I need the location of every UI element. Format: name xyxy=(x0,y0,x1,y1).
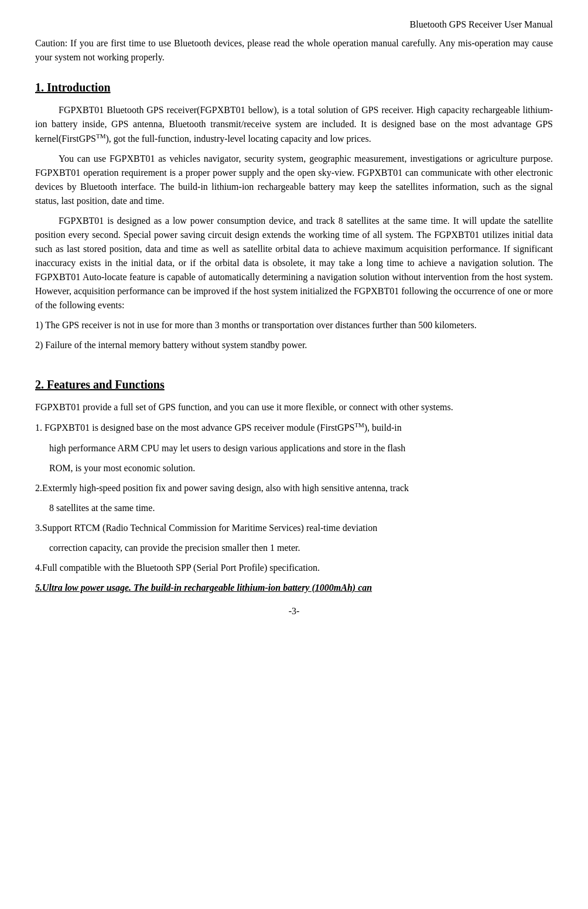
section-1-heading: 1. Introduction xyxy=(35,79,553,96)
page-number: -3- xyxy=(35,604,553,618)
section-2-item-2: 2.Extermly high-speed position fix and p… xyxy=(35,481,553,495)
section-1-para-1: FGPXBT01 Bluetooth GPS receiver(FGPXBT01… xyxy=(35,103,553,146)
section-2-item-5-bold: 5.Ultra low power usage. The build-in re… xyxy=(35,583,372,593)
header-title: Bluetooth GPS Receiver User Manual xyxy=(35,18,553,32)
section-1-list-2: 2) Failure of the internal memory batter… xyxy=(35,338,553,352)
section-2-item-3-cont: correction capacity, can provide the pre… xyxy=(49,541,553,555)
section-1-list-1: 1) The GPS receiver is not in use for mo… xyxy=(35,318,553,332)
section-2-body: FGPXBT01 provide a full set of GPS funct… xyxy=(35,400,553,594)
section-2-item-1-cont: high performance ARM CPU may let users t… xyxy=(49,441,553,455)
section-1-para-2: You can use FGPXBT01 as vehicles navigat… xyxy=(35,152,553,208)
tm-superscript-1: TM xyxy=(96,132,106,139)
tm-superscript-2: TM xyxy=(354,421,364,428)
caution-block: Caution: If you are first time to use Bl… xyxy=(35,36,553,64)
section-2-item-1-cont2: ROM, is your most economic solution. xyxy=(49,461,553,475)
section-2-item-4: 4.Full compatible with the Bluetooth SPP… xyxy=(35,561,553,575)
section-1-body: FGPXBT01 Bluetooth GPS receiver(FGPXBT01… xyxy=(35,103,553,352)
section-2-heading: 2. Features and Functions xyxy=(35,376,165,393)
section-2-intro: FGPXBT01 provide a full set of GPS funct… xyxy=(35,400,553,414)
section-1-para-3: FGPXBT01 is designed as a low power cons… xyxy=(35,214,553,312)
section-2-item-2-cont: 8 satellites at the same time. xyxy=(49,501,553,515)
section-2-item-1: 1. FGPXBT01 is designed base on the most… xyxy=(35,420,553,435)
section-1: 1. Introduction FGPXBT01 Bluetooth GPS r… xyxy=(35,79,553,352)
section-2-item-5: 5.Ultra low power usage. The build-in re… xyxy=(35,581,553,595)
section-2-item-3: 3.Support RTCM (Radio Technical Commissi… xyxy=(35,521,553,535)
section-2: 2. Features and Functions FGPXBT01 provi… xyxy=(35,358,553,594)
